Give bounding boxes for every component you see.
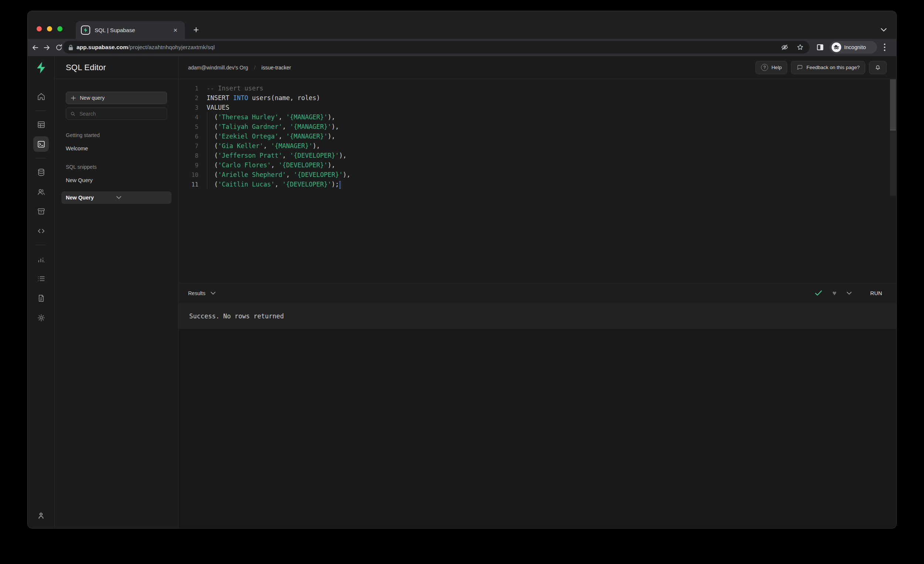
line-number: 4 — [178, 114, 198, 121]
rail-divider — [36, 111, 46, 111]
run-button[interactable]: RUN — [866, 287, 886, 299]
sql-code-editor[interactable]: 1-- Insert users2INSERT INTO users(name,… — [178, 79, 896, 283]
line-number: 6 — [178, 133, 198, 140]
breadcrumb-separator: / — [254, 64, 255, 70]
editor-scrollbar-thumb[interactable] — [890, 79, 896, 130]
browser-menu-icon[interactable] — [884, 43, 885, 51]
zoom-window-button[interactable] — [57, 26, 63, 31]
browser-toolbar: app.supabase.com/project/azahtnhqohyjerz… — [28, 39, 896, 56]
line-number: 1 — [178, 85, 198, 92]
code-line[interactable]: 7 ('Gia Keller', '{MANAGER}'), — [178, 141, 896, 151]
main-content: adam@windmill.dev's Org / issue-tracker … — [178, 56, 896, 528]
forward-button[interactable] — [42, 42, 52, 53]
screen: SQL | Supabase × + — [0, 0, 924, 564]
back-button[interactable] — [30, 42, 40, 53]
reports-icon[interactable] — [33, 251, 49, 267]
code-line[interactable]: 8 ('Jefferson Pratt', '{DEVELOPER}'), — [178, 151, 896, 160]
url-text: app.supabase.com/project/azahtnhqohyjerz… — [76, 44, 781, 51]
api-docs-icon[interactable] — [33, 290, 49, 306]
breadcrumb: adam@windmill.dev's Org / issue-tracker … — [178, 56, 896, 79]
feedback-bubble-icon — [796, 64, 803, 71]
line-number: 3 — [178, 104, 198, 111]
section-label: Getting started — [66, 132, 167, 138]
page-title: SQL Editor — [66, 63, 106, 72]
snippet-item[interactable]: Welcome — [66, 145, 167, 151]
code-line[interactable]: 10 ('Arielle Shepherd', '{DEVELOPER}'), — [178, 170, 896, 180]
new-query-button[interactable]: New query — [66, 91, 167, 104]
url-path: /project/azahtnhqohyjerzaxtmk/sql — [128, 44, 215, 50]
line-number: 8 — [178, 152, 198, 159]
line-number: 11 — [178, 181, 198, 188]
account-icon[interactable] — [37, 511, 45, 520]
browser-tab[interactable]: SQL | Supabase × — [76, 21, 185, 39]
editor-scrollbar-marker — [890, 130, 896, 130]
favorite-heart-icon[interactable]: ♥ — [832, 290, 836, 296]
search-icon — [70, 111, 76, 117]
code-line[interactable]: 9 ('Carlo Flores', '{DEVELOPER}'), — [178, 160, 896, 170]
code-lines: 1-- Insert users2INSERT INTO users(name,… — [178, 84, 896, 189]
settings-gear-icon[interactable] — [33, 310, 49, 325]
new-tab-button[interactable]: + — [193, 24, 199, 35]
reload-button[interactable] — [54, 42, 64, 53]
incognito-badge: Incognito — [830, 41, 877, 54]
breadcrumb-project[interactable]: issue-tracker — [261, 64, 291, 70]
url-bar[interactable]: app.supabase.com/project/azahtnhqohyjerz… — [63, 41, 809, 54]
browser-tabstrip: SQL | Supabase × + — [28, 11, 896, 39]
nav-rail — [28, 56, 55, 528]
tab-search-chevron-icon[interactable] — [881, 28, 886, 32]
notifications-button[interactable] — [869, 61, 886, 74]
supabase-logo-icon[interactable] — [36, 61, 46, 74]
feedback-button[interactable]: Feedback on this page? — [791, 61, 865, 74]
lock-icon — [68, 44, 74, 51]
tab-close-icon[interactable]: × — [171, 26, 180, 34]
code-line[interactable]: 3VALUES — [178, 103, 896, 112]
breadcrumb-org[interactable]: adam@windmill.dev's Org — [188, 64, 248, 70]
storage-icon[interactable] — [33, 203, 49, 219]
edge-functions-icon[interactable] — [33, 223, 49, 239]
results-toolbar: Results ♥ RUN — [178, 283, 896, 303]
logs-icon[interactable] — [33, 271, 49, 286]
incognito-label: Incognito — [844, 44, 866, 50]
results-label: Results — [188, 290, 206, 296]
code-line[interactable]: 4 ('Theresa Hurley', '{MANAGER}'), — [178, 112, 896, 122]
code-line[interactable]: 5 ('Taliyah Gardner', '{MANAGER}'), — [178, 122, 896, 132]
supabase-app: SQL Editor New query — [28, 56, 896, 528]
search-input[interactable] — [66, 108, 167, 120]
table-editor-icon[interactable] — [33, 117, 49, 132]
snippet-item[interactable]: New Query — [62, 191, 171, 204]
url-host: app.supabase.com — [76, 44, 128, 50]
indent-guide — [207, 112, 207, 189]
code-line[interactable]: 6 ('Ezekiel Ortega', '{MANAGER}'), — [178, 132, 896, 141]
eye-off-icon[interactable] — [781, 43, 789, 51]
bookmark-star-icon[interactable] — [796, 43, 804, 51]
code-line[interactable]: 11 ('Caitlin Lucas', '{DEVELOPER}'); — [178, 180, 896, 189]
plus-icon — [70, 95, 76, 101]
help-button[interactable]: ? Help — [756, 61, 787, 74]
snippet-sections: Getting startedWelcomeSQL snippetsNew Qu… — [66, 132, 167, 204]
results-chevron-icon[interactable] — [211, 292, 216, 295]
supabase-favicon-icon — [81, 25, 90, 35]
close-window-button[interactable] — [37, 26, 42, 31]
snippet-item[interactable]: New Query — [66, 177, 167, 183]
results-empty-area — [178, 329, 896, 528]
database-icon[interactable] — [33, 165, 49, 180]
minimize-window-button[interactable] — [47, 26, 52, 31]
rail-divider — [36, 158, 46, 159]
line-number: 5 — [178, 123, 198, 130]
help-icon: ? — [761, 64, 768, 71]
browser-window: SQL | Supabase × + — [28, 11, 896, 528]
section-label: SQL snippets — [66, 164, 167, 170]
side-panel-icon[interactable] — [816, 43, 825, 52]
line-number: 9 — [178, 162, 198, 169]
incognito-spy-icon — [832, 42, 841, 52]
results-message: Success. No rows returned — [178, 303, 896, 329]
code-line[interactable]: 2INSERT INTO users(name, roles) — [178, 93, 896, 103]
auth-users-icon[interactable] — [33, 184, 49, 199]
code-line[interactable]: 1-- Insert users — [178, 84, 896, 93]
text-cursor — [339, 181, 341, 189]
run-options-chevron-icon[interactable] — [847, 292, 852, 295]
line-number: 7 — [178, 142, 198, 150]
sql-editor-icon[interactable] — [33, 136, 49, 152]
home-icon[interactable] — [33, 89, 49, 104]
success-check-icon — [815, 290, 822, 296]
